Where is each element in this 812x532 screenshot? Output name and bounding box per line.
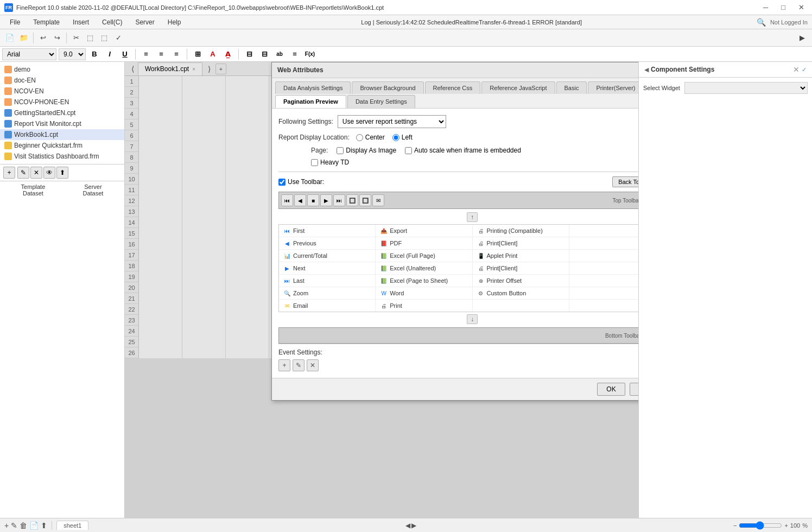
grid-cell-2-0[interactable]: 📊Current/Total xyxy=(279,250,376,262)
tab-printer-server[interactable]: Printer(Server) xyxy=(588,81,638,94)
minimize-button[interactable]: ─ xyxy=(760,2,771,12)
strip-last-btn[interactable]: ⏭ xyxy=(333,194,345,206)
event-add-btn[interactable]: + xyxy=(278,359,290,371)
grid-cell-6-0[interactable]: ✉Email xyxy=(279,300,376,312)
sidebar-item-report-visit[interactable]: Report Visit Monitor.cpt xyxy=(0,118,124,129)
grid-cell-4-1[interactable]: 📗Excel (Page to Sheet) xyxy=(376,275,472,287)
undo-button[interactable]: ↩ xyxy=(36,31,49,45)
display-as-image-input[interactable] xyxy=(337,147,344,154)
insert-row-btn[interactable]: ⊟ xyxy=(258,48,271,60)
align-center-btn[interactable]: ≡ xyxy=(155,48,168,60)
grid-cell-1-0[interactable]: ◀Previous xyxy=(279,237,376,249)
strip-email-btn[interactable]: ✉ xyxy=(372,194,384,206)
zoom-out-btn[interactable]: − xyxy=(733,522,737,529)
sidebar-item-demo[interactable]: demo xyxy=(0,64,124,75)
tab-pagination-preview[interactable]: Pagination Preview xyxy=(275,95,346,108)
sheet1-tab[interactable]: sheet1 xyxy=(56,521,88,530)
italic-button[interactable]: I xyxy=(103,48,116,60)
grid-cell-2-1[interactable]: 📗Excel (Full Page) xyxy=(376,250,472,262)
sidebar-item-getting-started[interactable]: GettingStartedEN.cpt xyxy=(0,107,124,118)
radio-left-input[interactable] xyxy=(392,134,399,141)
radio-left[interactable]: Left xyxy=(392,134,413,141)
strip-stop-btn[interactable]: ■ xyxy=(307,194,319,206)
grid-cell-4-2[interactable]: ⊕Printer Offset xyxy=(473,275,569,287)
use-toolbar-input[interactable] xyxy=(278,179,286,186)
strip-first-btn[interactable]: ⏮ xyxy=(281,194,293,206)
server-dataset-label[interactable]: ServerDataset xyxy=(83,183,103,197)
tab-browser-background[interactable]: Browser Background xyxy=(352,81,423,94)
right-panel-check-btn[interactable]: ✓ xyxy=(802,66,807,73)
menu-help[interactable]: Help xyxy=(162,17,187,28)
grid-cell-3-1[interactable]: 📗Excel (Unaltered) xyxy=(376,262,472,274)
open-button[interactable]: 📁 xyxy=(17,31,30,45)
login-status[interactable]: Not Logged In xyxy=(770,19,808,26)
maximize-button[interactable]: □ xyxy=(778,2,789,12)
grid-cell-3-2[interactable]: 🖨Print[Client] xyxy=(473,262,569,274)
tab-reference-css[interactable]: Reference Css xyxy=(425,81,481,94)
right-panel-close-btn[interactable]: ✕ xyxy=(793,65,800,74)
menu-file[interactable]: File xyxy=(4,17,26,28)
font-select[interactable]: Arial xyxy=(2,48,56,60)
zoom-slider[interactable] xyxy=(739,521,782,530)
cancel-button[interactable]: Cancel xyxy=(630,383,638,396)
size-select[interactable]: 9.0 xyxy=(59,48,86,60)
grid-cell-0-0[interactable]: ⏮First xyxy=(279,225,376,237)
scroll-right-btn[interactable]: ▶ xyxy=(411,522,416,529)
grid-cell-5-1[interactable]: WWord xyxy=(376,287,472,299)
panel-toggle-btn[interactable]: ▶ xyxy=(796,31,809,45)
strip-box1-btn[interactable]: 🔲 xyxy=(346,194,358,206)
menu-insert[interactable]: Insert xyxy=(67,17,94,28)
following-settings-select[interactable]: Use server report settings Custom settin… xyxy=(338,115,446,128)
scroll-left-btn[interactable]: ◀ xyxy=(405,522,410,529)
move-down-button[interactable]: ↓ xyxy=(467,314,478,324)
sidebar-add-btn[interactable]: + xyxy=(3,167,15,179)
tab-reference-js[interactable]: Reference JavaScript xyxy=(481,81,555,94)
grid-cell-3-0[interactable]: ▶Next xyxy=(279,262,376,274)
sidebar-preview-btn[interactable]: 👁 xyxy=(43,167,55,179)
bold-button[interactable]: B xyxy=(88,48,101,60)
grid-cell-5-2[interactable]: ⚙Custom Button xyxy=(473,287,569,299)
align-btn[interactable]: ≡ xyxy=(288,48,301,60)
tab-data-analysis[interactable]: Data Analysis Settings xyxy=(275,81,351,94)
status-edit-icon[interactable]: ✎ xyxy=(11,521,17,530)
new-button[interactable]: 📄 xyxy=(3,31,16,45)
status-add-icon[interactable]: + xyxy=(4,521,9,530)
sidebar-item-beginner[interactable]: Beginner Quickstart.frm xyxy=(0,140,124,151)
event-edit-btn[interactable]: ✎ xyxy=(293,359,304,371)
grid-cell-5-0[interactable]: 🔍Zoom xyxy=(279,287,376,299)
tab-basic[interactable]: Basic xyxy=(556,81,587,94)
sidebar-upload-btn[interactable]: ⬆ xyxy=(56,167,68,179)
grid-cell-0-2[interactable]: 🖨Printing (Compatible) xyxy=(473,225,569,237)
auto-scale-checkbox[interactable]: Auto scale when iframe is embedded xyxy=(405,147,521,154)
grid-cell-6-1[interactable]: 🖨Print xyxy=(376,300,472,312)
panel-prev-btn[interactable]: ◀ xyxy=(644,66,649,73)
move-up-button[interactable]: ↑ xyxy=(467,212,478,222)
back-to-default-button[interactable]: Back To Default xyxy=(612,176,638,187)
ab-btn[interactable]: ab xyxy=(273,48,286,60)
strip-prev-btn[interactable]: ◀ xyxy=(294,194,306,206)
widget-select[interactable] xyxy=(684,82,808,94)
heavy-td-checkbox[interactable]: Heavy TD xyxy=(311,159,349,166)
grid-cell-1-1[interactable]: 📕PDF xyxy=(376,237,472,249)
font-color-btn[interactable]: A̲ xyxy=(221,48,234,60)
strip-box2-btn[interactable]: 🔲 xyxy=(359,194,371,206)
cut-button[interactable]: ✂ xyxy=(69,31,83,45)
menu-server[interactable]: Server xyxy=(130,17,160,28)
use-toolbar-check[interactable]: Use Toolbar: xyxy=(278,178,324,186)
grid-cell-2-2[interactable]: 📱Applet Print xyxy=(473,250,569,262)
search-icon[interactable]: 🔍 xyxy=(757,18,766,27)
fill-color-btn[interactable]: A xyxy=(206,48,219,60)
menu-template[interactable]: Template xyxy=(28,17,65,28)
merge-btn[interactable]: ⊟ xyxy=(243,48,256,60)
event-delete-btn[interactable]: ✕ xyxy=(307,359,319,371)
copy-button[interactable]: ⬚ xyxy=(84,31,97,45)
zoom-in-btn[interactable]: + xyxy=(784,522,788,529)
grid-cell-4-0[interactable]: ⏭Last xyxy=(279,275,376,287)
status-upload-icon[interactable]: ⬆ xyxy=(41,521,47,530)
redo-button[interactable]: ↪ xyxy=(50,31,64,45)
border-btn[interactable]: ⊞ xyxy=(191,48,204,60)
sidebar-item-workbook1[interactable]: WorkBook1.cpt xyxy=(0,129,124,140)
paste-button[interactable]: ⬚ xyxy=(98,31,111,45)
template-dataset-label[interactable]: TemplateDataset xyxy=(21,183,46,197)
menu-cell[interactable]: Cell(C) xyxy=(97,17,128,28)
